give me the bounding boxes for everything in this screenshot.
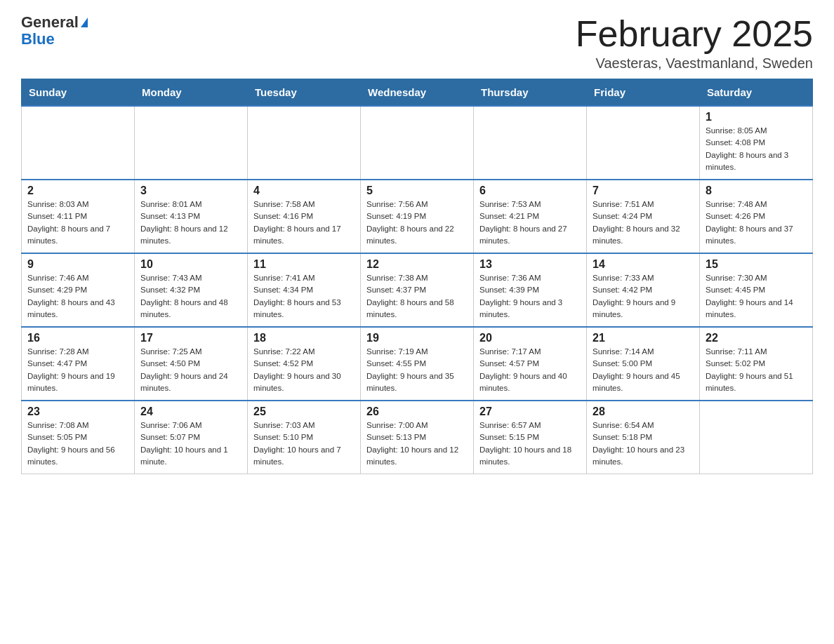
calendar-cell: 5Sunrise: 7:56 AMSunset: 4:19 PMDaylight… — [361, 180, 474, 253]
calendar-cell — [361, 106, 474, 180]
calendar-cell — [248, 106, 361, 180]
calendar-cell: 20Sunrise: 7:17 AMSunset: 4:57 PMDayligh… — [474, 327, 587, 401]
weekday-header-wednesday: Wednesday — [361, 79, 474, 107]
calendar-cell: 19Sunrise: 7:19 AMSunset: 4:55 PMDayligh… — [361, 327, 474, 401]
day-number: 28 — [593, 405, 694, 418]
day-number: 9 — [27, 258, 128, 271]
calendar-cell: 10Sunrise: 7:43 AMSunset: 4:32 PMDayligh… — [135, 253, 248, 327]
calendar-cell — [22, 106, 135, 180]
day-number: 10 — [140, 258, 241, 271]
calendar-cell — [474, 106, 587, 180]
day-number: 14 — [593, 258, 694, 271]
day-number: 6 — [479, 185, 581, 197]
calendar-cell: 12Sunrise: 7:38 AMSunset: 4:37 PMDayligh… — [361, 253, 474, 327]
day-info: Sunrise: 7:56 AMSunset: 4:19 PMDaylight:… — [366, 199, 468, 247]
calendar-table: SundayMondayTuesdayWednesdayThursdayFrid… — [21, 79, 813, 474]
day-number: 8 — [706, 185, 807, 197]
calendar-cell: 4Sunrise: 7:58 AMSunset: 4:16 PMDaylight… — [248, 180, 361, 253]
day-info: Sunrise: 6:57 AMSunset: 5:15 PMDaylight:… — [479, 420, 581, 468]
calendar-cell: 18Sunrise: 7:22 AMSunset: 4:52 PMDayligh… — [248, 327, 361, 401]
day-info: Sunrise: 7:58 AMSunset: 4:16 PMDaylight:… — [253, 199, 355, 247]
weekday-header-friday: Friday — [587, 79, 700, 107]
day-info: Sunrise: 7:06 AMSunset: 5:07 PMDaylight:… — [140, 420, 241, 468]
day-info: Sunrise: 7:22 AMSunset: 4:52 PMDaylight:… — [253, 346, 355, 394]
day-number: 11 — [253, 258, 355, 271]
calendar-cell: 21Sunrise: 7:14 AMSunset: 5:00 PMDayligh… — [587, 327, 700, 401]
logo-triangle-icon — [81, 18, 88, 27]
day-info: Sunrise: 7:46 AMSunset: 4:29 PMDaylight:… — [27, 272, 128, 321]
day-number: 19 — [366, 332, 468, 344]
calendar-cell: 26Sunrise: 7:00 AMSunset: 5:13 PMDayligh… — [361, 401, 474, 474]
day-number: 27 — [479, 405, 581, 418]
weekday-header-thursday: Thursday — [474, 79, 587, 107]
calendar-cell: 24Sunrise: 7:06 AMSunset: 5:07 PMDayligh… — [135, 401, 248, 474]
month-title: February 2025 — [576, 14, 813, 54]
day-info: Sunrise: 7:33 AMSunset: 4:42 PMDaylight:… — [593, 272, 694, 321]
day-number: 7 — [593, 185, 694, 197]
calendar-week-row: 1Sunrise: 8:05 AMSunset: 4:08 PMDaylight… — [22, 106, 813, 180]
day-info: Sunrise: 7:41 AMSunset: 4:34 PMDaylight:… — [253, 272, 355, 321]
page-header: General Blue February 2025 Vaesteras, Va… — [21, 14, 813, 72]
calendar-cell: 6Sunrise: 7:53 AMSunset: 4:21 PMDaylight… — [474, 180, 587, 253]
calendar-cell: 7Sunrise: 7:51 AMSunset: 4:24 PMDaylight… — [587, 180, 700, 253]
weekday-header-saturday: Saturday — [700, 79, 813, 107]
calendar-cell — [700, 401, 813, 474]
calendar-cell: 8Sunrise: 7:48 AMSunset: 4:26 PMDaylight… — [700, 180, 813, 253]
weekday-header-tuesday: Tuesday — [248, 79, 361, 107]
day-number: 4 — [253, 185, 355, 197]
day-number: 21 — [593, 332, 694, 344]
day-info: Sunrise: 7:17 AMSunset: 4:57 PMDaylight:… — [479, 346, 581, 394]
day-number: 13 — [479, 258, 581, 271]
weekday-header-sunday: Sunday — [22, 79, 135, 107]
day-number: 17 — [140, 332, 241, 344]
day-number: 15 — [706, 258, 807, 271]
logo-general-text: General — [21, 14, 79, 31]
calendar-week-row: 16Sunrise: 7:28 AMSunset: 4:47 PMDayligh… — [22, 327, 813, 401]
day-number: 18 — [253, 332, 355, 344]
day-number: 5 — [366, 185, 468, 197]
calendar-cell: 27Sunrise: 6:57 AMSunset: 5:15 PMDayligh… — [474, 401, 587, 474]
logo: General Blue — [21, 14, 88, 48]
calendar-cell: 16Sunrise: 7:28 AMSunset: 4:47 PMDayligh… — [22, 327, 135, 401]
day-number: 25 — [253, 405, 355, 418]
calendar-cell: 3Sunrise: 8:01 AMSunset: 4:13 PMDaylight… — [135, 180, 248, 253]
day-number: 23 — [27, 405, 128, 418]
calendar-cell: 14Sunrise: 7:33 AMSunset: 4:42 PMDayligh… — [587, 253, 700, 327]
day-info: Sunrise: 7:08 AMSunset: 5:05 PMDaylight:… — [27, 420, 128, 468]
day-number: 26 — [366, 405, 468, 418]
calendar-cell: 15Sunrise: 7:30 AMSunset: 4:45 PMDayligh… — [700, 253, 813, 327]
calendar-cell — [135, 106, 248, 180]
day-number: 1 — [706, 111, 807, 123]
title-block: February 2025 Vaesteras, Vaestmanland, S… — [576, 14, 813, 72]
calendar-cell: 17Sunrise: 7:25 AMSunset: 4:50 PMDayligh… — [135, 327, 248, 401]
calendar-week-row: 23Sunrise: 7:08 AMSunset: 5:05 PMDayligh… — [22, 401, 813, 474]
weekday-header-row: SundayMondayTuesdayWednesdayThursdayFrid… — [22, 79, 813, 107]
calendar-week-row: 9Sunrise: 7:46 AMSunset: 4:29 PMDaylight… — [22, 253, 813, 327]
day-info: Sunrise: 7:36 AMSunset: 4:39 PMDaylight:… — [479, 272, 581, 321]
day-info: Sunrise: 7:30 AMSunset: 4:45 PMDaylight:… — [706, 272, 807, 321]
day-info: Sunrise: 7:28 AMSunset: 4:47 PMDaylight:… — [27, 346, 128, 394]
day-info: Sunrise: 8:03 AMSunset: 4:11 PMDaylight:… — [27, 199, 128, 247]
calendar-cell: 9Sunrise: 7:46 AMSunset: 4:29 PMDaylight… — [22, 253, 135, 327]
day-info: Sunrise: 8:05 AMSunset: 4:08 PMDaylight:… — [706, 125, 807, 173]
day-info: Sunrise: 7:48 AMSunset: 4:26 PMDaylight:… — [706, 199, 807, 247]
calendar-cell — [587, 106, 700, 180]
day-info: Sunrise: 6:54 AMSunset: 5:18 PMDaylight:… — [593, 420, 694, 468]
day-info: Sunrise: 8:01 AMSunset: 4:13 PMDaylight:… — [140, 199, 241, 247]
weekday-header-monday: Monday — [135, 79, 248, 107]
day-info: Sunrise: 7:03 AMSunset: 5:10 PMDaylight:… — [253, 420, 355, 468]
day-info: Sunrise: 7:25 AMSunset: 4:50 PMDaylight:… — [140, 346, 241, 394]
calendar-cell: 1Sunrise: 8:05 AMSunset: 4:08 PMDaylight… — [700, 106, 813, 180]
day-info: Sunrise: 7:43 AMSunset: 4:32 PMDaylight:… — [140, 272, 241, 321]
day-number: 20 — [479, 332, 581, 344]
day-number: 12 — [366, 258, 468, 271]
calendar-week-row: 2Sunrise: 8:03 AMSunset: 4:11 PMDaylight… — [22, 180, 813, 253]
day-info: Sunrise: 7:53 AMSunset: 4:21 PMDaylight:… — [479, 199, 581, 247]
location-subtitle: Vaesteras, Vaestmanland, Sweden — [576, 55, 813, 72]
calendar-cell: 13Sunrise: 7:36 AMSunset: 4:39 PMDayligh… — [474, 253, 587, 327]
calendar-cell: 22Sunrise: 7:11 AMSunset: 5:02 PMDayligh… — [700, 327, 813, 401]
day-number: 2 — [27, 185, 128, 197]
day-number: 24 — [140, 405, 241, 418]
calendar-cell: 28Sunrise: 6:54 AMSunset: 5:18 PMDayligh… — [587, 401, 700, 474]
day-info: Sunrise: 7:14 AMSunset: 5:00 PMDaylight:… — [593, 346, 694, 394]
